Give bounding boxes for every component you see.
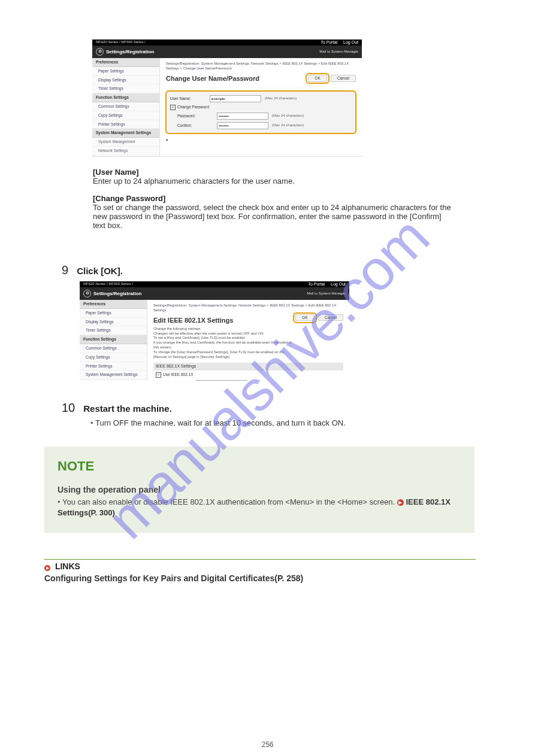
gear-icon: ⚙ <box>83 290 91 297</box>
sidebar-item-timer[interactable]: Timer Settings <box>92 84 159 93</box>
sidebar-item-sysmgmt[interactable]: System Management <box>92 138 159 147</box>
product-bar: MF620 Series / MF590 Series / To Portal … <box>92 40 362 45</box>
change-password-label: Change Password <box>177 105 209 110</box>
info-line-2: Changes will be effective after the main… <box>153 332 295 336</box>
cancel-button[interactable]: Cancel <box>331 75 356 82</box>
sidebar-header-sysmgmt: System Management Settings <box>92 129 159 138</box>
sidebar-item-printer[interactable]: Printer Settings <box>80 362 147 371</box>
info-line-1: Change the following settings. <box>153 327 295 332</box>
to-portal-link[interactable]: To Portal <box>321 40 337 45</box>
sidebar: Preferences Paper Settings Display Setti… <box>80 300 147 381</box>
divider <box>44 559 476 560</box>
breadcrumb: Settings/Registration: System Management… <box>166 62 356 71</box>
logout-link[interactable]: Log Out <box>331 282 346 287</box>
use-8021x-label: Use IEEE 802.1X <box>163 372 194 377</box>
section-8021x: IEEE 802.1X Settings <box>153 363 343 370</box>
sidebar-header-preferences: Preferences <box>80 300 147 309</box>
links-section: ▶ LINKS Configuring Settings for Key Pai… <box>44 561 464 583</box>
settings-registration-title: Settings/Registration <box>106 49 154 55</box>
page-title: Edit IEEE 802.1X Settings <box>153 317 295 324</box>
gear-icon: ⚙ <box>96 48 104 56</box>
to-portal-link[interactable]: To Portal <box>308 282 325 287</box>
username-desc: Enter up to 24 alphanumeric characters f… <box>93 177 452 186</box>
header-bar: ⚙ Settings/Registration Mail to System M… <box>92 45 362 58</box>
step-10-body: Turn OFF the machine, wait for at least … <box>95 418 346 427</box>
links-link-1[interactable]: Configuring Settings for Key Pairs and D… <box>44 573 464 583</box>
change-password-checkbox[interactable]: ✓ <box>170 105 176 110</box>
sidebar-item-paper[interactable]: Paper Settings <box>92 67 159 76</box>
username-heading: [User Name] <box>93 168 452 177</box>
note-sub: Using the operation panel <box>58 485 461 494</box>
sidebar-item-printer[interactable]: Printer Settings <box>92 120 159 129</box>
step-9: 9 Click [OK]. <box>62 263 123 277</box>
product-series-label: MF620 Series / MF590 Series / <box>96 40 146 44</box>
confirm-hint: (Max 24 characters) <box>272 123 304 127</box>
play-icon: ▶ <box>397 499 404 506</box>
links-label: LINKS <box>55 561 80 571</box>
note-title: NOTE <box>58 459 461 474</box>
breadcrumb: Settings/Registration: System Management… <box>153 303 343 313</box>
sidebar-item-common[interactable]: Common Settings <box>80 344 147 353</box>
sidebar-item-paper[interactable]: Paper Settings <box>80 309 147 318</box>
info-line-3: To set a [Key and Certificate], [Use TLS… <box>153 336 295 341</box>
product-series-label: MF620 Series / MF590 Series / <box>83 282 133 286</box>
header-bar: ⚙ Settings/Registration Mail to System M… <box>80 287 349 300</box>
info-line-5: To change the [User Name/Password Settin… <box>153 350 295 360</box>
sidebar-item-display[interactable]: Display Settings <box>92 76 159 85</box>
sidebar-item-timer[interactable]: Timer Settings <box>80 326 147 335</box>
logout-link[interactable]: Log Out <box>343 40 358 45</box>
username-label: User Name: <box>170 96 206 101</box>
main-panel: Settings/Registration: System Management… <box>147 300 349 381</box>
use-8021x-checkbox[interactable]: ✓ <box>156 372 161 378</box>
description-block: [User Name] Enter up to 24 alphanumeric … <box>93 168 452 230</box>
page-number: 256 <box>0 740 535 749</box>
username-hint: (Max 24 characters) <box>265 96 297 101</box>
password-input[interactable] <box>217 113 268 120</box>
sidebar-item-network[interactable]: Network Settings <box>92 147 159 156</box>
note-block: NOTE Using the operation panel You can a… <box>44 447 474 533</box>
mail-to-sys-mgr-link[interactable]: Mail to System Manager <box>319 50 358 54</box>
arrow-up-icon: ▴ <box>166 137 356 142</box>
settings-registration-title: Settings/Registration <box>93 291 141 297</box>
sidebar-item-copy[interactable]: Copy Settings <box>92 111 159 120</box>
ok-highlight-ring <box>306 73 330 84</box>
step-9-text: Click [OK]. <box>77 266 123 276</box>
sidebar-header-function: Function Settings <box>92 93 159 102</box>
login-name-input[interactable] <box>195 380 247 381</box>
step-10: 10 Restart the machine. • Turn OFF the m… <box>62 401 469 427</box>
step-10-text: Restart the machine. <box>83 403 172 414</box>
sidebar-header-function: Function Settings <box>80 335 147 344</box>
note-bullet: You can also enable or disable IEEE 802.… <box>58 497 397 506</box>
confirm-label: Confirm: <box>177 123 213 128</box>
cancel-button[interactable]: Cancel <box>318 314 343 321</box>
sidebar-item-sysmgmt2[interactable]: System Management Settings <box>80 371 147 379</box>
sidebar-item-display[interactable]: Display Settings <box>80 318 147 327</box>
chgpw-desc: To set or change the password, select th… <box>93 203 452 230</box>
step-9-number: 9 <box>62 263 68 277</box>
product-bar: MF620 Series / MF590 Series / To Portal … <box>80 281 349 287</box>
main-panel: Settings/Registration: System Management… <box>160 58 362 156</box>
sidebar-item-common[interactable]: Common Settings <box>92 102 159 111</box>
password-hint: (Max 24 characters) <box>272 114 304 118</box>
sidebar-header-preferences: Preferences <box>92 58 159 67</box>
chgpw-heading: [Change Password] <box>93 194 452 203</box>
screenshot-edit-8021x: MF620 Series / MF590 Series / To Portal … <box>80 281 349 381</box>
play-icon: ▶ <box>44 565 50 571</box>
info-line-4: If you change the [Key and Certificate],… <box>153 341 295 350</box>
username-input[interactable] <box>210 95 261 102</box>
step-10-number: 10 <box>62 401 75 415</box>
confirm-input[interactable] <box>217 122 268 129</box>
sidebar-item-copy[interactable]: Copy Settings <box>80 353 147 362</box>
page-title: Change User Name/Password <box>166 75 259 83</box>
mail-to-sys-mgr-link[interactable]: Mail to System Manager <box>307 292 346 296</box>
sidebar: Preferences Paper Settings Display Setti… <box>92 58 160 156</box>
password-label: Password: <box>177 114 213 119</box>
screenshot-change-user-password: MF620 Series / MF590 Series / To Portal … <box>92 40 362 157</box>
ok-highlight-ring <box>293 312 317 323</box>
